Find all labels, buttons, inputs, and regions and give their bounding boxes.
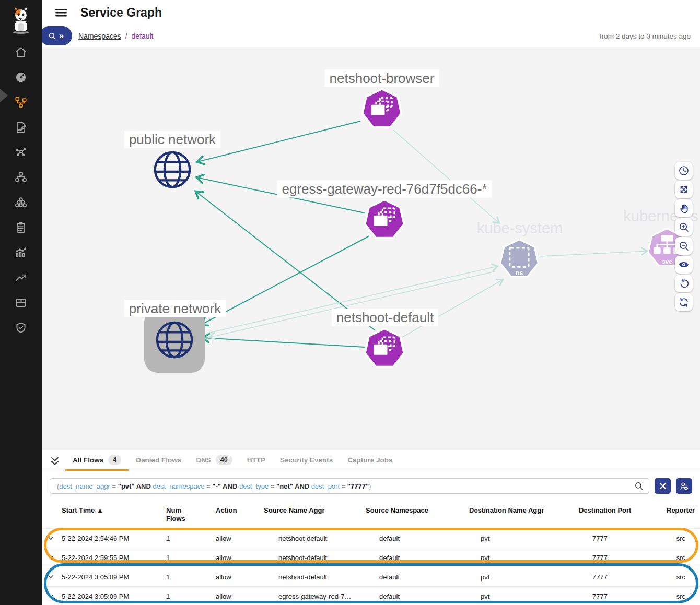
app-root: Service Graph » Namespaces / default fro… <box>0 0 700 605</box>
column-header-source-namespace[interactable]: Source Namespace <box>366 506 469 528</box>
graph-toolbar-undo-button[interactable] <box>675 275 693 292</box>
tab-all-flows[interactable]: All Flows4 <box>65 450 129 471</box>
network-topology-icon <box>14 171 28 184</box>
filter-query-input[interactable]: (dest_name_aggr = "pvt" AND dest_namespa… <box>50 478 649 494</box>
topbar: Service Graph <box>42 0 700 25</box>
cell-reporter: src <box>676 535 700 542</box>
cell-source_name_aggr: egress-gateway-red-7… <box>264 592 366 600</box>
row-expand-chevron-icon[interactable] <box>46 591 62 601</box>
pan-hand-icon <box>678 203 690 214</box>
column-header-start-time[interactable]: Start Time ▲ <box>62 506 166 528</box>
cell-dest_name_aggr: pvt <box>469 573 579 581</box>
tab-capture-jobs[interactable]: Capture Jobs <box>340 450 400 471</box>
graph-toolbar-visibility-button[interactable] <box>675 256 693 274</box>
close-icon <box>659 482 667 490</box>
flow-table-row[interactable]: 5-22-2024 2:54:46 PM1allownetshoot-defau… <box>42 528 700 548</box>
cell-dest_name_aggr: pvt <box>469 554 579 562</box>
undo-icon <box>678 278 690 289</box>
graph-node-egress-gateway[interactable] <box>363 198 406 244</box>
namespace-icon: ns <box>498 238 540 280</box>
sidebar-nav <box>0 40 42 340</box>
tab-label: Security Events <box>280 456 333 464</box>
cell-start_time: 5-22-2024 3:05:09 PM <box>62 592 166 600</box>
sidebar <box>0 0 42 605</box>
tab-count-badge: 40 <box>216 455 232 465</box>
cell-reporter: src <box>676 573 700 581</box>
time-range-label: from 2 days to 0 minutes ago <box>600 32 691 40</box>
sidebar-item-clusters[interactable] <box>0 190 42 215</box>
flow-table-row[interactable]: 5-22-2024 3:05:09 PM1allowegress-gateway… <box>42 586 700 605</box>
sidebar-item-threat-defense[interactable] <box>0 315 42 340</box>
sidebar-item-home[interactable] <box>0 40 42 65</box>
column-header-destination-port[interactable]: Destination Port <box>579 506 667 528</box>
cell-source_name_aggr: netshoot-default <box>264 573 366 581</box>
graph-node-private-network[interactable] <box>154 319 195 362</box>
graph-toolbar-zoom-out-button[interactable] <box>675 237 693 255</box>
graph-toolbar-pan-hand-button[interactable] <box>675 199 693 217</box>
row-expand-chevron-icon[interactable] <box>46 572 62 582</box>
cell-source_namespace: default <box>366 592 469 600</box>
tab-label: Denied Flows <box>136 456 181 464</box>
sidebar-item-endpoints[interactable] <box>0 140 42 165</box>
cell-source_name_aggr: netshoot-default <box>264 554 366 562</box>
service-graph-canvas[interactable]: netshoot-browserpublic networkegress-gat… <box>42 47 700 450</box>
sidebar-item-network-topology[interactable] <box>0 165 42 190</box>
sidebar-item-storage[interactable] <box>0 290 42 315</box>
tab-count-badge: 4 <box>108 455 121 465</box>
sidebar-item-compliance[interactable] <box>0 215 42 240</box>
sidebar-item-dashboard[interactable] <box>0 65 42 90</box>
cell-reporter: src <box>676 554 700 562</box>
column-header-num-flows[interactable]: Num Flows <box>166 506 216 528</box>
column-header-source-name-aggr[interactable]: Source Name Aggr <box>264 506 366 528</box>
graph-toolbar-clock-button[interactable] <box>675 162 693 180</box>
graph-toolbar <box>675 162 693 311</box>
filter-search-icon[interactable] <box>634 481 644 491</box>
cell-dest_port: 7777 <box>579 535 667 542</box>
tab-denied-flows[interactable]: Denied Flows <box>129 450 189 471</box>
tab-dns[interactable]: DNS40 <box>189 450 239 471</box>
hamburger-menu-icon[interactable] <box>55 7 67 18</box>
graph-node-kube-system[interactable]: ns <box>498 238 540 282</box>
flow-table-row[interactable]: 5-22-2024 3:05:09 PM1allownetshoot-defau… <box>42 567 700 586</box>
column-header-action[interactable]: Action <box>216 506 264 528</box>
row-expand-chevron-icon[interactable] <box>46 553 62 562</box>
page-title: Service Graph <box>80 6 162 20</box>
main-area: Service Graph » Namespaces / default fro… <box>42 0 700 605</box>
graph-node-label-egress-gateway: egress-gateway-red-76d7f5dc66-* <box>277 181 492 198</box>
user-settings-button[interactable] <box>676 478 692 494</box>
collapse-panel-icon[interactable] <box>50 456 60 466</box>
double-chevron-right-icon: » <box>59 31 64 40</box>
column-header-destination-name-aggr[interactable]: Destination Name Aggr <box>469 506 579 528</box>
flow-table-row[interactable]: 5-22-2024 2:59:55 PM1allownetshoot-defau… <box>42 548 700 567</box>
svg-text:svc: svc <box>662 258 672 265</box>
sidebar-item-policies[interactable] <box>0 115 42 140</box>
tab-label: HTTP <box>247 456 265 464</box>
row-expand-chevron-icon[interactable] <box>46 533 62 543</box>
breadcrumb-namespaces-link[interactable]: Namespaces <box>78 32 121 40</box>
cell-action: allow <box>216 554 264 562</box>
zoom-in-icon <box>678 221 690 233</box>
filter-query-text: (dest_name_aggr = "pvt" AND dest_namespa… <box>57 482 371 490</box>
cell-source_namespace: default <box>366 573 469 581</box>
replicaset-icon <box>360 87 404 131</box>
search-expand-pill[interactable]: » <box>40 26 72 45</box>
flows-table: Start Time ▲Num FlowsActionSource Name A… <box>42 498 700 605</box>
graph-node-public-network[interactable] <box>152 149 193 192</box>
graph-node-netshoot-default[interactable] <box>363 327 406 373</box>
graph-toolbar-refresh-button[interactable] <box>675 293 693 311</box>
graph-node-label-public-network: public network <box>124 131 220 148</box>
clear-filter-button[interactable] <box>655 478 671 494</box>
sidebar-item-trends[interactable] <box>0 265 42 290</box>
graph-toolbar-expand-button[interactable] <box>675 181 693 198</box>
cell-action: allow <box>216 592 264 600</box>
cell-dest_port: 7777 <box>579 573 667 581</box>
tab-security-events[interactable]: Security Events <box>273 450 340 471</box>
tab-http[interactable]: HTTP <box>240 450 273 471</box>
dashboard-icon <box>14 70 28 84</box>
graph-toolbar-zoom-in-button[interactable] <box>675 218 693 236</box>
tab-label: DNS <box>196 456 211 464</box>
column-header-reporter[interactable]: Reporter <box>667 506 700 528</box>
svg-text:ns: ns <box>516 269 523 277</box>
sidebar-item-statistics[interactable] <box>0 240 42 265</box>
graph-node-netshoot-browser[interactable] <box>360 87 404 133</box>
